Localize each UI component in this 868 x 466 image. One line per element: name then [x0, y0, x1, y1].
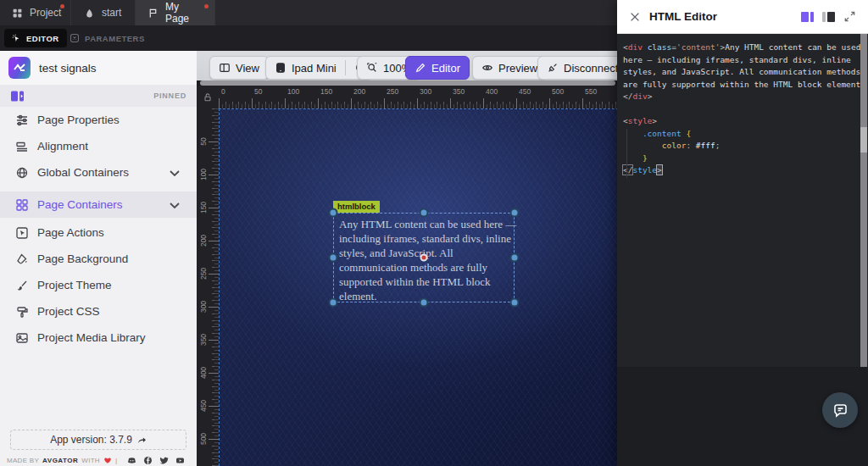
panel-header-icons	[801, 10, 856, 24]
facebook-icon[interactable]	[143, 456, 153, 465]
pinned-label: PINNED	[153, 92, 186, 100]
sidebar-item-label: Page Containers	[37, 198, 123, 211]
selected-block-tag: htmlblock	[333, 201, 380, 213]
lock-icon	[203, 92, 213, 103]
divider	[345, 60, 346, 75]
resize-handle-sw[interactable]	[329, 298, 338, 308]
editor-tab-button[interactable]: Editor	[405, 56, 470, 80]
code-scrollbar[interactable]	[860, 34, 867, 367]
twitter-icon[interactable]	[159, 456, 169, 465]
resize-handle-se[interactable]	[510, 298, 520, 308]
app-window: Project start My Page EDITOR PARAMETERS …	[0, 0, 868, 466]
image-icon	[15, 331, 29, 345]
sidebar-item-page-actions[interactable]: Page Actions	[0, 219, 197, 246]
preview-label: Preview	[498, 62, 537, 75]
eye-icon	[481, 62, 493, 74]
sidebar-item-label: Alignment	[37, 140, 88, 153]
heart-icon	[103, 456, 112, 464]
resize-handle-w[interactable]	[329, 253, 338, 263]
drop-icon	[84, 8, 95, 19]
sidebar-item-label: Page Background	[37, 252, 128, 265]
pencil-icon	[415, 62, 426, 74]
share-arrow-icon	[137, 435, 147, 445]
tab-my-page[interactable]: My Page	[136, 0, 215, 25]
ruler-lock-corner[interactable]	[197, 86, 219, 108]
paint-roller-icon	[15, 305, 29, 319]
sidebar-item-page-containers[interactable]: Page Containers	[0, 191, 197, 218]
sidebar-item-label: Global Containers	[37, 166, 129, 179]
containers-grid-icon	[15, 198, 29, 212]
sidebar-item-page-background[interactable]: Page Background	[0, 246, 197, 272]
resize-handle-e[interactable]	[510, 253, 520, 263]
tab-start[interactable]: start	[72, 0, 136, 25]
unsaved-indicator	[60, 4, 64, 8]
sidebar-item-alignment[interactable]: Alignment	[0, 133, 197, 159]
resize-handle-nw[interactable]	[329, 208, 338, 218]
sidebar-header: test signals	[0, 51, 197, 85]
waveform-logo-icon	[13, 61, 26, 75]
code-lines: <div class='content'>Any HTML content ca…	[623, 42, 868, 177]
sidebar-item-project-media-library[interactable]: Project Media Library	[0, 325, 197, 351]
brand-label[interactable]: AVGATOR	[42, 457, 78, 464]
editor-mode-button[interactable]: EDITOR	[4, 29, 67, 47]
app-logo	[8, 57, 31, 79]
sidebar-item-label: Project CSS	[37, 305, 100, 318]
discord-icon[interactable]	[127, 456, 136, 465]
paint-brush-icon	[15, 279, 29, 292]
list-view-icon[interactable]	[822, 10, 836, 24]
sidebar-item-page-properties[interactable]: Page Properties	[0, 107, 197, 133]
sidebar-item-project-css[interactable]: Project CSS	[0, 298, 197, 325]
tab-project[interactable]: Project	[0, 0, 71, 25]
cursor-click-icon	[12, 34, 21, 43]
zoom-search-icon	[366, 62, 378, 74]
sidebar-pin-icon[interactable]	[10, 90, 25, 103]
sidebar-item-label: Page Actions	[37, 226, 104, 239]
sidebar-item-label: Page Properties	[37, 114, 120, 126]
expand-icon[interactable]	[843, 10, 856, 23]
left-sidebar: test signals PINNED Page Properties Alig…	[0, 51, 197, 466]
tab-label: Project	[30, 7, 61, 19]
chat-bubble-icon	[832, 402, 849, 419]
parameters-mode-button[interactable]: PARAMETERS	[64, 29, 150, 47]
cursor-box-icon	[15, 226, 29, 240]
globe-icon	[15, 166, 29, 180]
view-label: View	[236, 62, 259, 75]
flag-icon	[147, 8, 159, 19]
tablet-icon	[275, 62, 287, 74]
ruler-left: 50100150200250300350400450500550	[197, 108, 219, 466]
html-editor-panel: HTML Editor <div class='content'>Any HTM…	[617, 0, 868, 466]
app-version-label: App version: 3.7.9	[50, 434, 132, 446]
chat-support-button[interactable]	[822, 392, 858, 428]
device-selector[interactable]: Ipad Mini	[265, 56, 372, 80]
close-icon[interactable]	[629, 11, 641, 23]
split-view-icon[interactable]	[801, 10, 815, 24]
resize-handle-ne[interactable]	[510, 208, 520, 218]
sidebar-item-label: Project Media Library	[37, 331, 146, 344]
sidebar-item-global-containers[interactable]: Global Containers	[0, 159, 197, 186]
chevron-down-icon	[168, 198, 181, 212]
pinned-row: PINNED	[0, 85, 197, 107]
code-editor[interactable]: <div class='content'>Any HTML content ca…	[617, 34, 868, 367]
indent-guide	[626, 129, 627, 178]
youtube-icon[interactable]	[175, 456, 185, 465]
layout-view-icon	[219, 62, 231, 74]
resize-handle-s[interactable]	[420, 298, 429, 308]
sidebar-item-label: Project Theme	[37, 279, 112, 291]
grid-icon	[12, 8, 23, 19]
parameters-mode-label: PARAMETERS	[85, 34, 145, 43]
tab-label: My Page	[165, 1, 203, 25]
code-scrollbar-thumb[interactable]	[860, 127, 867, 153]
sliders-icon	[15, 114, 29, 127]
sidebar-footer: MADE BY AVGATOR WITH |	[7, 455, 192, 465]
block-center-anchor[interactable]	[420, 254, 428, 262]
disconnect-label: Disconnect	[564, 62, 618, 75]
panel-header: HTML Editor	[617, 0, 868, 34]
view-button[interactable]: View	[209, 56, 269, 80]
panel-title: HTML Editor	[649, 10, 717, 23]
resize-handle-n[interactable]	[420, 208, 429, 218]
sidebar-item-project-theme[interactable]: Project Theme	[0, 272, 197, 298]
app-version-button[interactable]: App version: 3.7.9	[10, 430, 186, 450]
device-label: Ipad Mini	[292, 62, 337, 75]
preview-button[interactable]: Preview	[472, 56, 547, 80]
alignment-icon	[15, 140, 29, 153]
